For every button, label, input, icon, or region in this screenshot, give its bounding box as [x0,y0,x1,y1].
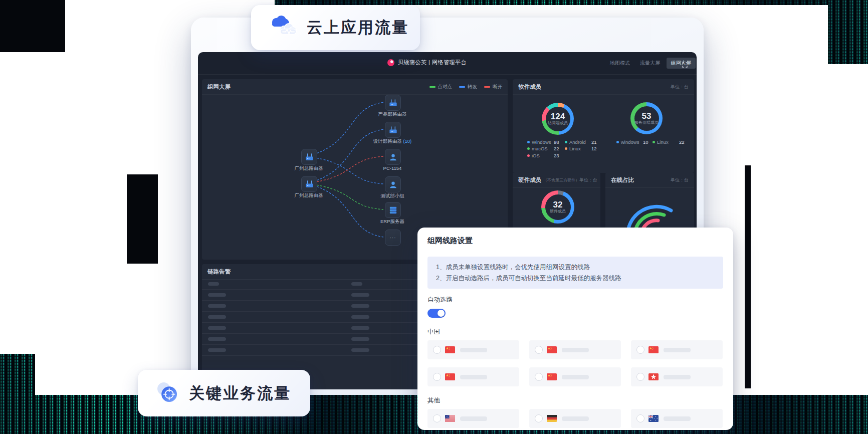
line-option[interactable] [631,409,723,428]
dashboard-header: 贝锐蒲公英 | 网络管理平台 地图模式流量大屏组网大屏 [198,52,697,75]
auto-route-toggle[interactable] [427,309,446,318]
legend-dot-icon [565,141,567,143]
radio-button[interactable] [433,346,441,354]
radio-button[interactable] [433,414,441,422]
line-option[interactable] [631,367,723,386]
legend-value: 98 [554,139,559,145]
line-option[interactable] [529,340,621,359]
radio-button[interactable] [535,346,543,354]
skeleton-bar [208,315,226,319]
donut-value: 32 [553,200,563,209]
glitch-noise [0,0,65,52]
server-members-donut: 53 服务器端成员 [630,102,663,134]
router-icon [388,125,398,135]
skeleton-text [664,375,691,379]
unit-label: 单位：台 [671,84,689,90]
line-option[interactable] [529,367,621,386]
skeleton-bar [351,326,369,330]
line-options-grid [427,340,723,386]
node-design[interactable] [385,122,401,138]
skeleton-text [460,348,487,352]
server-icon [388,205,398,215]
person-icon [388,152,398,162]
node-prod[interactable] [385,95,401,111]
donut-value: 124 [551,112,565,121]
node-more[interactable]: ··· [385,230,401,246]
legend-value: 22 [554,146,559,151]
panel-title: 硬件成员 [518,176,541,184]
node-label: 广州总路由器 [279,165,339,172]
legend-name: Android [569,139,589,145]
skeleton-bar [208,293,226,297]
panel-title: 链路告警 [207,268,231,276]
router-icon [388,98,398,108]
line-option[interactable] [529,409,621,428]
radio-button[interactable] [535,373,543,381]
hardware-panel-header: 硬件成员 （不含第三方硬件） 单位：台 [513,172,600,188]
radio-button[interactable] [433,373,441,381]
settings-body: 组网线路设置 1、成员未单独设置线路时，会优先使用组网设置的线路 2、开启自动选… [417,228,733,430]
skeleton-bar [351,337,369,341]
node-label: 产品部路由器 [362,111,422,118]
skeleton-text [562,375,589,379]
tab-地图模式[interactable]: 地图模式 [606,58,633,69]
node-pc[interactable] [385,149,401,165]
node-label: 测试部小组 [362,193,422,199]
glitch-noise [127,174,158,264]
donut-value: 53 [642,112,652,120]
more-icon: ··· [390,235,396,241]
unit-label: 单位：台 [579,177,597,183]
legend-name: Linux [569,146,589,151]
person-icon [388,180,398,189]
node-gz2[interactable] [301,176,317,192]
hk-flag-icon [648,373,659,380]
legend-dot-icon [527,141,530,143]
legend-value: 21 [591,139,597,145]
skeleton-text [460,416,487,421]
software-legend-group: windows10 [616,139,648,144]
radio-button[interactable] [636,414,644,422]
cn-flag-icon [445,346,455,353]
skeleton-text [562,348,589,352]
au-flag-icon [648,415,659,422]
cloud-traffic-icon [268,14,299,41]
node-label: 广州总路由器 [279,192,339,199]
section-label-中国: 中国 [427,328,723,336]
router-icon [305,179,314,189]
skeleton-bar [351,304,369,308]
cloud-traffic-badge: 云上应用流量 [251,5,420,50]
note-line: 2、开启自动选路后，成员可自动切换至当前延时最低的服务器线路 [436,273,715,284]
line-option[interactable] [427,367,519,386]
node-test[interactable] [385,176,401,192]
node-erp[interactable] [385,202,401,218]
donut-label: 访问端成员 [548,121,568,125]
line-option[interactable] [427,340,519,359]
fullscreen-icon[interactable] [682,61,688,70]
node-gz1[interactable] [301,149,317,165]
radio-button[interactable] [636,373,644,381]
business-traffic-badge: 关键业务流量 [138,370,310,416]
skeleton-bar [351,315,369,319]
radio-button[interactable] [535,414,543,422]
legend-value: 10 [643,139,648,145]
de-flag-icon [547,415,557,422]
hardware-members-donut: 32 硬件成员 [541,190,574,224]
badge-label: 关键业务流量 [189,383,291,404]
tab-组网大屏[interactable]: 组网大屏 [667,58,696,69]
radio-button[interactable] [636,346,644,354]
legend-value: 22 [679,139,685,145]
legend-item: macOS22 [527,146,559,151]
legend-dot-icon [527,154,530,157]
donut-center: 124 访问端成员 [542,103,574,135]
cn-flag-icon [445,373,455,380]
tab-流量大屏[interactable]: 流量大屏 [636,58,664,69]
cn-flag-icon [547,346,557,353]
legend-dot-icon [527,147,530,150]
legend-value: 12 [591,146,597,151]
software-legend-group: Android21Linux12 [565,139,597,151]
line-option[interactable] [427,409,519,428]
glitch-noise [0,354,35,396]
legend-item: Windows98 [527,139,559,144]
line-option[interactable] [631,340,723,359]
stage: 贝锐蒲公英 | 网络管理平台 地图模式流量大屏组网大屏 组网大屏 点对点转发断开… [0,0,868,434]
